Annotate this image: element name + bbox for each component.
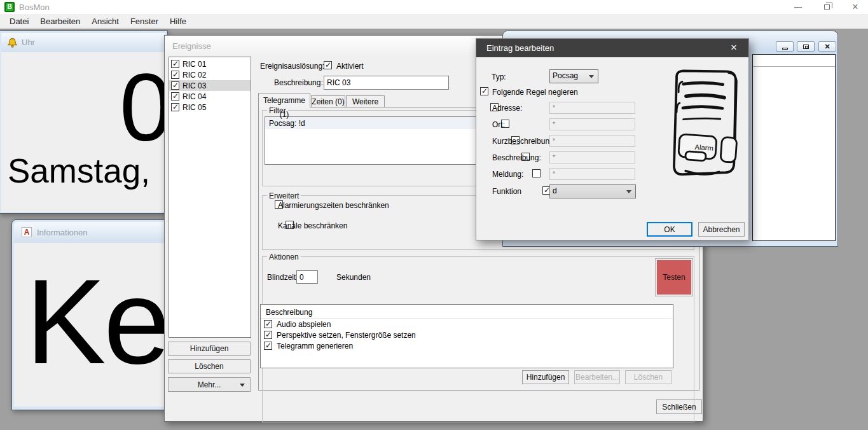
mdi-minimize-button[interactable] xyxy=(776,41,794,52)
uhr-title: Uhr xyxy=(22,38,35,47)
bell-icon xyxy=(7,38,18,48)
clock-digit: 0 xyxy=(120,60,165,155)
dialog-titlebar[interactable]: Eintrag bearbeiten × xyxy=(476,39,748,57)
background-window-header-row xyxy=(753,55,835,67)
telegramm-checkbox[interactable] xyxy=(264,342,272,350)
menu-ansicht[interactable]: Ansicht xyxy=(86,14,125,29)
kanaele-label: Kanäle beschränken xyxy=(278,221,347,230)
info-a-icon: A xyxy=(22,227,32,237)
ric-label: RIC 03 xyxy=(183,81,206,90)
mdi-close-button[interactable]: ✕ xyxy=(818,41,836,52)
ric-delete-button[interactable]: Löschen xyxy=(168,359,251,373)
description-input[interactable]: RIC 03 xyxy=(324,76,449,90)
uhr-titlebar[interactable]: Uhr xyxy=(1,33,165,52)
uhr-content: 0 Samstag, xyxy=(1,52,165,212)
typ-combobox[interactable]: Pocsag xyxy=(549,69,598,83)
background-window-client xyxy=(752,54,836,241)
meldung-label: Meldung: xyxy=(492,170,523,179)
action-delete-button: Löschen xyxy=(625,370,672,384)
alarmzeiten-label: Alarmierungszeiten beschränken xyxy=(278,201,389,210)
negate-label: Folgende Regel negieren xyxy=(492,88,578,97)
action-list-item[interactable]: Perspektive setzen, Fenstergröße setzen xyxy=(261,329,673,340)
ric-list-item[interactable]: RIC 01 xyxy=(169,59,251,69)
ric-add-button[interactable]: Hinzufügen xyxy=(168,342,251,356)
action-list-item[interactable]: Audio abspielen xyxy=(261,319,673,329)
minimize-icon xyxy=(782,48,788,50)
checkbox-ric05[interactable] xyxy=(171,103,179,111)
blindzeit-input[interactable]: 0 xyxy=(296,270,318,284)
erweitert-groupbox-label: Erweitert xyxy=(267,191,301,200)
ric-list-item[interactable]: RIC 02 xyxy=(169,69,251,80)
aktiviert-checkbox[interactable] xyxy=(324,61,332,69)
ric-listbox: RIC 01 RIC 02 RIC 03 RIC 04 RIC 05 xyxy=(169,57,251,338)
minimize-icon xyxy=(794,7,802,8)
meldung-checkbox[interactable] xyxy=(532,169,541,177)
restore-icon xyxy=(803,45,809,49)
testen-button[interactable]: Testen xyxy=(657,260,691,295)
funktion-combobox[interactable]: d xyxy=(549,184,636,198)
ok-button[interactable]: OK xyxy=(647,222,692,237)
bosmon-app-icon: B xyxy=(4,2,15,12)
kurzbeschreibung-input: * xyxy=(549,135,635,147)
ric-more-button[interactable]: Mehr... xyxy=(168,377,251,392)
ric-label: RIC 04 xyxy=(183,92,206,101)
informationen-titlebar[interactable]: A Informationen xyxy=(14,222,169,243)
meldung-input: * xyxy=(549,168,635,180)
close-icon: × xyxy=(852,1,858,12)
typ-label: Typ: xyxy=(492,73,506,81)
bosmon-application: B BosMon × Datei Bearbeiten Ansicht Fens… xyxy=(0,0,868,430)
ric-list-item[interactable]: RIC 04 xyxy=(169,91,251,102)
action-label: Audio abspielen xyxy=(277,320,331,329)
tab-weitere[interactable]: Weitere (0) xyxy=(346,95,385,108)
sekunden-label: Sekunden xyxy=(336,273,371,282)
aktiviert-label: Aktiviert xyxy=(336,62,364,71)
ric-label: RIC 05 xyxy=(183,103,206,112)
ric-list-item-selected[interactable]: RIC 03 xyxy=(169,80,251,91)
app-titlebar[interactable]: B BosMon × xyxy=(0,0,868,14)
checkbox-ric02[interactable] xyxy=(171,71,179,79)
audio-checkbox[interactable] xyxy=(264,320,272,328)
checkbox-ric01[interactable] xyxy=(171,60,179,68)
eintrag-bearbeiten-dialog: Eintrag bearbeiten × Typ: Pocsag Folgend… xyxy=(476,38,749,240)
restore-icon xyxy=(824,4,830,10)
menu-datei[interactable]: Datei xyxy=(4,14,34,29)
action-add-button[interactable]: Hinzufügen xyxy=(522,370,569,384)
pager-alarm-button-label: Alarm xyxy=(694,143,713,152)
restore-button[interactable] xyxy=(814,0,839,14)
kurzbeschreibung-label: Kurzbeschreibung: xyxy=(492,137,556,146)
more-label: Mehr... xyxy=(198,380,221,389)
ort-label: Ort: xyxy=(492,120,505,129)
close-icon: ✕ xyxy=(819,42,836,51)
tab-telegramme[interactable]: Telegramme (1) xyxy=(258,93,310,108)
action-list-item[interactable]: Telegramm generieren xyxy=(261,340,673,351)
ric-label: RIC 01 xyxy=(183,60,206,69)
menu-bearbeiten[interactable]: Bearbeiten xyxy=(34,14,86,29)
blindzeit-label: Blindzeit: xyxy=(267,273,298,282)
actions-listview: Beschreibung Audio abspielen Perspektive… xyxy=(260,304,673,368)
checkbox-ric04[interactable] xyxy=(171,92,179,101)
informationen-big-text: Kei xyxy=(25,261,169,382)
tab-zeiten[interactable]: Zeiten (0) xyxy=(311,95,345,108)
dialog-close-button[interactable]: × xyxy=(723,39,745,57)
checkbox-ric03[interactable] xyxy=(171,81,179,90)
action-edit-button: Bearbeiten... xyxy=(574,370,620,384)
action-label: Perspektive setzen, Fenstergröße setzen xyxy=(277,331,416,340)
minimize-button[interactable] xyxy=(785,0,811,14)
negate-checkbox[interactable] xyxy=(480,87,488,95)
perspektive-checkbox[interactable] xyxy=(264,331,272,339)
close-button[interactable]: × xyxy=(843,0,868,14)
actions-column-header: Beschreibung xyxy=(261,305,673,319)
informationen-title: Informationen xyxy=(37,228,88,237)
menu-hilfe[interactable]: Hilfe xyxy=(164,14,192,29)
ric-list-item[interactable]: RIC 05 xyxy=(169,102,251,113)
menu-fenster[interactable]: Fenster xyxy=(125,14,164,29)
funktion-label: Funktion xyxy=(492,187,521,196)
adresse-input: * xyxy=(549,102,635,114)
ric-label: RIC 02 xyxy=(183,71,206,80)
informationen-content: Kei xyxy=(14,243,169,406)
testen-button-frame: Testen xyxy=(655,258,693,296)
informationen-window: A Informationen Kei xyxy=(11,219,172,410)
mdi-restore-button[interactable] xyxy=(797,41,815,52)
chevron-down-icon xyxy=(626,190,631,193)
abbrechen-button[interactable]: Abbrechen xyxy=(698,222,745,237)
